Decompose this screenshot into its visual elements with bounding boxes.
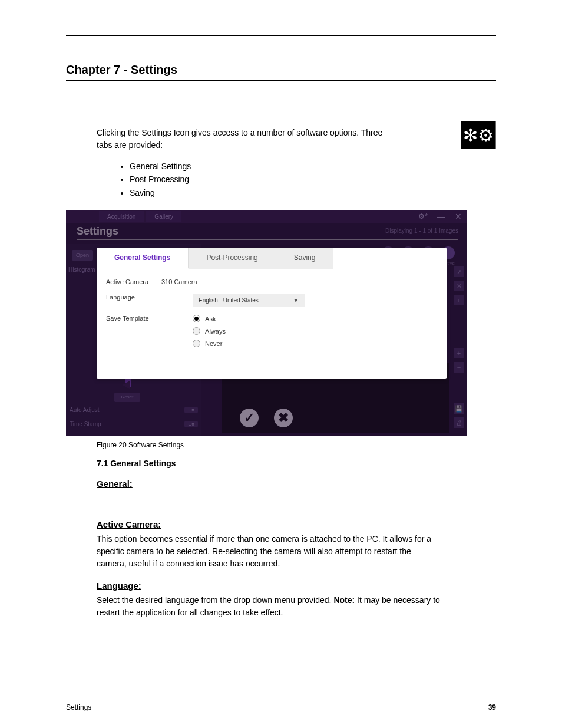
app-topbar: Acquisition Gallery ⚙* — ✕	[66, 210, 467, 223]
intro-paragraph: Clicking the Settings Icon gives access …	[66, 127, 396, 151]
zoom-in-icon[interactable]: +	[454, 348, 464, 358]
chapter-title: Chapter 7 - Settings	[66, 63, 496, 77]
settings-icon: ✻⚙	[461, 121, 496, 149]
radio-label-never: Never	[205, 340, 222, 347]
bullet-general: General Settings	[130, 160, 496, 173]
save-template-always[interactable]: Always	[193, 327, 226, 335]
cancel-button[interactable]: ✖	[272, 407, 295, 429]
open-button[interactable]: Open	[72, 250, 93, 261]
save-icon[interactable]: 💾	[454, 403, 464, 414]
active-camera-paragraph: This option becomes essential if more th…	[66, 533, 443, 570]
right-tool-column: ↗ ✕ i + − 💾 🖨	[454, 266, 464, 428]
expand-icon[interactable]: ↗	[454, 266, 464, 277]
save-template-label: Save Template	[106, 315, 161, 322]
footer-page-number: 39	[488, 703, 496, 711]
figure-caption: Figure 20 Software Settings	[66, 441, 496, 449]
close-icon[interactable]: ✕	[450, 212, 467, 221]
radio-icon	[193, 327, 200, 335]
active-camera-subhead: Active Camera:	[66, 519, 496, 529]
save-template-never[interactable]: Never	[193, 340, 226, 347]
time-stamp-label: Time Stamp	[70, 421, 184, 427]
language-label: Language	[106, 294, 161, 301]
language-select-value: English - United States	[199, 297, 259, 304]
histogram-slider-handle[interactable]	[123, 381, 130, 389]
radio-label-always: Always	[205, 328, 226, 335]
chevron-down-icon: ▼	[293, 297, 299, 304]
settings-panel-title: Settings	[77, 225, 118, 238]
language-para-prefix: Select the desired language from the dro…	[97, 595, 333, 605]
tab-gallery[interactable]: Gallery	[146, 211, 181, 222]
language-select[interactable]: English - United States ▼	[193, 294, 305, 307]
auto-adjust-toggle[interactable]: Off	[184, 407, 198, 413]
language-subhead: Language:	[66, 581, 496, 591]
page-footer: Settings 39	[66, 703, 496, 711]
language-row: Language English - United States ▼	[106, 294, 437, 307]
active-camera-value: 310 Camera	[161, 278, 437, 285]
active-camera-label: Active Camera	[106, 278, 161, 285]
info-icon[interactable]: i	[454, 295, 464, 305]
language-paragraph: Select the desired language from the dro…	[66, 594, 443, 619]
zoom-out-icon[interactable]: −	[454, 362, 464, 373]
confirm-button[interactable]: ✓	[238, 407, 260, 429]
reset-button[interactable]: Reset	[114, 393, 140, 402]
time-stamp-row: Time Stamp Off	[70, 421, 198, 427]
check-icon: ✓	[244, 410, 254, 426]
tab-post-processing[interactable]: Post-Processing	[189, 248, 276, 269]
page-top-rule	[66, 35, 496, 36]
minimize-icon[interactable]: —	[432, 212, 450, 221]
delete-icon[interactable]: ✕	[454, 281, 464, 291]
auto-adjust-label: Auto Adjust	[70, 407, 184, 413]
histogram-label: Histogram	[68, 266, 95, 273]
footer-section-name: Settings	[66, 703, 91, 711]
radio-label-ask: Ask	[205, 315, 216, 322]
print-icon[interactable]: 🖨	[454, 417, 464, 428]
settings-divider	[77, 239, 458, 240]
image-count-label: Displaying 1 - 1 of 1 Images	[385, 228, 458, 234]
tab-saving[interactable]: Saving	[276, 248, 334, 269]
gear-sparkle-icon: ✻⚙	[463, 125, 494, 146]
app-settings-gear-icon[interactable]: ⚙*	[414, 212, 432, 220]
chapter-title-rule	[66, 80, 496, 81]
settings-modal-tabs: General Settings Post-Processing Saving	[97, 248, 447, 269]
settings-modal: General Settings Post-Processing Saving …	[97, 248, 447, 379]
bullet-saving: Saving	[130, 186, 496, 199]
bullet-postprocessing: Post Processing	[130, 173, 496, 186]
settings-screenshot: Acquisition Gallery ⚙* — ✕ Settings Disp…	[66, 210, 467, 436]
tab-general-settings[interactable]: General Settings	[97, 248, 189, 269]
language-para-note: Note:	[333, 595, 355, 605]
general-subhead: General:	[66, 479, 496, 489]
x-icon: ✖	[278, 410, 289, 426]
active-camera-row: Active Camera 310 Camera	[106, 278, 437, 285]
tab-acquisition[interactable]: Acquisition	[99, 211, 144, 222]
settings-tabs-bullet-list: General Settings Post Processing Saving	[130, 160, 496, 199]
section-7-1-heading: 7.1 General Settings	[66, 459, 496, 468]
auto-adjust-row: Auto Adjust Off	[70, 407, 198, 413]
save-template-ask[interactable]: Ask	[193, 315, 226, 322]
time-stamp-toggle[interactable]: Off	[184, 421, 198, 427]
radio-icon	[193, 340, 200, 347]
save-template-row: Save Template Ask Always	[106, 315, 437, 347]
radio-icon	[193, 315, 200, 322]
